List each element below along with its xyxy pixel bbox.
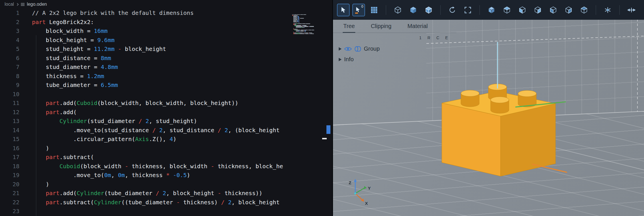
minimap-token	[294, 15, 298, 16]
breadcrumb-file[interactable]: lego.oden	[21, 2, 47, 7]
view-wireframe-button[interactable]	[392, 4, 404, 16]
geometry-icon[interactable]	[354, 46, 361, 52]
minimap-token	[296, 27, 301, 28]
minimap-line	[292, 21, 314, 21]
view-right-button[interactable]	[531, 4, 544, 16]
visibility-eye-icon[interactable]	[344, 46, 352, 52]
code-line: tube_diameter = 6.5mm	[32, 81, 304, 90]
view-left-button[interactable]	[547, 4, 559, 16]
code-token: -	[176, 199, 180, 206]
code-token: (block_width, block_width, block_height)…	[97, 100, 238, 106]
expand-arrow-icon[interactable]	[339, 58, 342, 61]
code-token: (block_width	[80, 163, 125, 170]
view-top-button[interactable]	[501, 4, 513, 16]
orbit-reset-button[interactable]	[446, 4, 459, 16]
minimap-token	[292, 31, 296, 31]
minimap-token	[293, 18, 297, 19]
z-axis-label: Z	[349, 180, 351, 185]
scrollbar-thumb[interactable]	[326, 125, 330, 134]
code-token	[142, 118, 145, 124]
line-number: 20	[0, 180, 19, 189]
breadcrumb: local lego.oden	[0, 0, 332, 9]
select-points-button[interactable]: 0	[352, 4, 365, 16]
code-token: -	[118, 45, 121, 52]
code-line	[32, 207, 304, 216]
lego-brick-model[interactable]	[442, 84, 555, 176]
minimap-line	[292, 27, 314, 28]
minimap-line	[292, 33, 314, 33]
select-cursor-button[interactable]	[337, 4, 350, 16]
minimap-token	[305, 33, 308, 34]
code-token	[156, 127, 159, 134]
tab-clipping[interactable]: Clipping	[370, 20, 392, 33]
minimap-line	[292, 22, 314, 22]
zoom-to-fit-button[interactable]	[462, 4, 474, 16]
column-header-1[interactable]: 1	[419, 35, 422, 40]
tree-item-group[interactable]: Group	[333, 43, 467, 54]
file-icon	[21, 3, 25, 6]
column-header-e[interactable]: E	[445, 35, 448, 40]
projection-toggle-button[interactable]	[625, 4, 638, 16]
code-token: Axis	[135, 136, 149, 142]
tree-item-info[interactable]: Info	[333, 54, 467, 65]
view-back-button[interactable]	[578, 4, 590, 16]
code-token: , stud_distance	[163, 127, 218, 134]
code-token: *	[166, 172, 170, 179]
code-token	[32, 190, 46, 197]
minimap-token	[292, 26, 296, 27]
view-bottom-button[interactable]	[562, 4, 575, 16]
tab-tree[interactable]: Tree	[343, 20, 355, 33]
code-token: /	[139, 118, 142, 124]
code-token: thickness, block_he	[214, 163, 283, 170]
code-token: 2	[228, 199, 231, 206]
code-token: .move_to(stud_distance	[32, 127, 152, 134]
gizmo-origin-dot	[354, 193, 356, 195]
column-header-r[interactable]: R	[428, 35, 430, 40]
view-front-button[interactable]	[516, 4, 529, 16]
code-token: , thickness	[125, 172, 166, 179]
viewport-3d[interactable]: Z Y X 0	[333, 0, 644, 216]
code-token: Cylinder	[77, 190, 104, 197]
minimap-token	[308, 30, 312, 30]
code-token: 1.2mm	[87, 73, 104, 80]
minimap-line	[292, 29, 314, 29]
code-token	[32, 163, 59, 170]
breadcrumb-root[interactable]: local	[5, 2, 14, 7]
orbit-icon	[448, 6, 457, 14]
minimap-line	[292, 23, 314, 23]
code-lines[interactable]: // A 2x2 lego brick with the default dim…	[32, 9, 304, 216]
view-solid-edges-button[interactable]	[422, 4, 435, 16]
minimap-token	[304, 26, 308, 27]
minimap-token	[293, 32, 294, 32]
grid-toggle-button[interactable]	[368, 4, 380, 16]
column-header-c[interactable]: C	[436, 35, 439, 40]
tab-material[interactable]: Material	[407, 20, 428, 33]
iso-cube-icon	[487, 6, 496, 14]
line-number: 23	[0, 207, 19, 216]
minimap-token	[301, 30, 304, 30]
minimap-token	[292, 30, 294, 30]
code-token: ,	[111, 172, 118, 179]
code-area[interactable]: 1234567891011121314151617181920212223 //…	[0, 9, 332, 216]
code-token: LegoBrick2x2:	[46, 19, 94, 25]
code-token: 6.5mm	[101, 82, 118, 88]
code-token: (tube_diameter	[104, 190, 156, 197]
expand-arrow-icon[interactable]	[339, 47, 342, 51]
minimap-token	[292, 25, 294, 26]
axis-gizmo[interactable]: Z Y X	[349, 179, 371, 206]
code-token: Cuboid	[77, 100, 97, 106]
view-solid-button[interactable]	[407, 4, 420, 16]
view-isometric-button[interactable]	[485, 4, 498, 16]
x-axis-line	[532, 164, 567, 172]
axes-toggle-button[interactable]	[601, 4, 614, 16]
toolbar-separator	[386, 5, 386, 15]
code-editor-panel[interactable]: local lego.oden 123456789101112131415161…	[0, 0, 332, 216]
code-token: Cylinder	[59, 118, 87, 124]
code-token: /	[221, 199, 224, 206]
minimap[interactable]	[292, 14, 314, 35]
code-token: -	[211, 163, 214, 170]
code-token: Cylinder	[94, 199, 121, 206]
code-token: thickness =	[32, 73, 87, 80]
minimap-token	[304, 27, 305, 28]
code-token: thickness))	[221, 190, 262, 197]
